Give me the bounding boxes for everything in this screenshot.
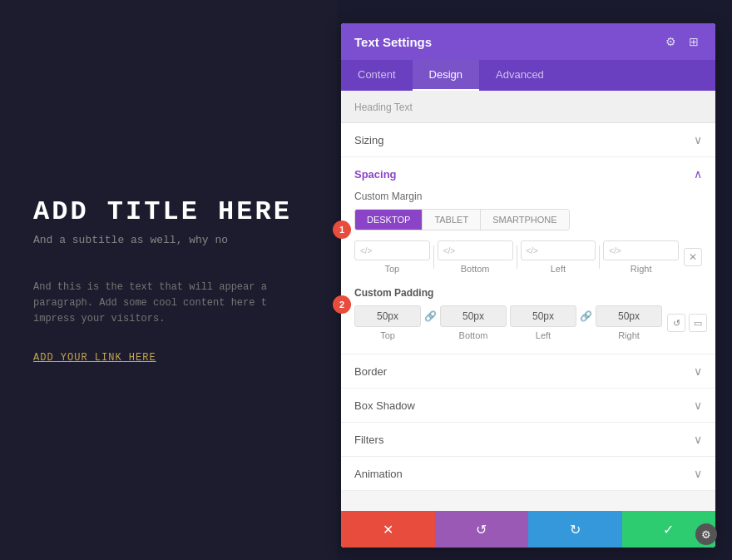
margin-bottom-group: </> Bottom	[438, 240, 513, 274]
padding-right-input[interactable]	[596, 305, 662, 327]
canvas-link[interactable]: ADD YOUR LINK HERE	[33, 352, 304, 364]
padding-left-input[interactable]	[510, 305, 576, 327]
padding-controls: ↺ ▭	[667, 314, 707, 332]
custom-margin-label: Custom Margin	[354, 191, 702, 202]
spacing-header[interactable]: Spacing ∧	[341, 157, 715, 191]
margin-left-label: Left	[551, 264, 566, 274]
margin-left-link-icon: </>	[527, 246, 538, 255]
padding-mobile-button[interactable]: ▭	[689, 314, 707, 332]
padding-bottom-label: Bottom	[459, 330, 488, 340]
tab-advanced[interactable]: Advanced	[479, 60, 561, 91]
padding-right-group: Right	[596, 305, 662, 340]
animation-label: Animation	[354, 468, 403, 480]
border-chevron-icon: ∨	[694, 364, 702, 378]
step-badge-1: 1	[333, 221, 351, 239]
sizing-label: Sizing	[354, 134, 383, 146]
margin-right-label: Right	[631, 264, 652, 274]
margin-right-input[interactable]	[625, 245, 673, 256]
tab-design[interactable]: Design	[413, 60, 479, 91]
margin-bottom-input[interactable]	[458, 245, 507, 256]
animation-chevron-icon: ∨	[694, 467, 702, 480]
device-tab-smartphone[interactable]: SMARTPHONE	[481, 210, 568, 230]
step-badge-2: 2	[333, 295, 351, 314]
padding-link-icon[interactable]: 🔗	[423, 310, 438, 322]
padding-bottom-group: Bottom	[440, 305, 507, 340]
device-tab-tablet[interactable]: TABLET	[423, 210, 481, 230]
padding-top-group: Top	[354, 305, 421, 340]
spacing-chevron-icon: ∧	[694, 167, 702, 181]
panel-footer: ✕ ↺ ↻ ✓	[341, 511, 715, 548]
sizing-section[interactable]: Sizing ∨	[341, 123, 715, 157]
filters-chevron-icon: ∨	[694, 433, 702, 446]
box-shadow-chevron-icon: ∨	[694, 399, 702, 412]
margin-left-input[interactable]	[542, 245, 590, 256]
margin-bottom-label: Bottom	[461, 264, 490, 274]
padding-link2-icon[interactable]: 🔗	[578, 310, 594, 322]
margin-bottom-link-icon: </>	[443, 246, 455, 255]
redo-button[interactable]: ↻	[528, 511, 622, 548]
panel-header: Text Settings ⚙ ⊞	[341, 23, 715, 60]
canvas-title: ADD TITLE HERE	[33, 196, 304, 227]
heading-text-label: Heading Text	[354, 102, 413, 113]
margin-right-group: </> Right	[603, 240, 679, 274]
border-label: Border	[354, 365, 387, 378]
canvas-body-text: And this is the text that will appear a …	[33, 280, 304, 328]
margin-top-label: Top	[385, 264, 400, 274]
padding-left-group: Left	[510, 305, 576, 340]
panel: Text Settings ⚙ ⊞ Content Design Advance…	[341, 23, 715, 548]
margin-inputs-row: </> Top </> Bottom	[354, 240, 702, 274]
box-shadow-section[interactable]: Box Shadow ∨	[341, 389, 715, 423]
padding-left-label: Left	[536, 330, 551, 340]
scroll-gear-icon[interactable]: ⚙	[695, 523, 717, 545]
margin-clear-button[interactable]: ✕	[684, 248, 702, 266]
box-shadow-label: Box Shadow	[354, 399, 415, 412]
margin-right-link-icon: </>	[609, 246, 621, 255]
animation-section[interactable]: Animation ∨	[341, 457, 715, 491]
padding-inputs-row: Top 🔗 Bottom Left 🔗	[354, 305, 702, 340]
filters-label: Filters	[354, 434, 383, 446]
margin-left-group: </> Left	[521, 240, 596, 274]
custom-padding-label: Custom Padding	[354, 287, 702, 299]
undo-button[interactable]: ↺	[435, 511, 529, 548]
device-tabs: DESKTOP TABLET SMARTPHONE	[354, 209, 570, 230]
border-section[interactable]: Border ∨	[341, 354, 715, 389]
margin-top-link-icon: </>	[360, 246, 372, 255]
settings-icon[interactable]: ⚙	[662, 33, 679, 50]
canvas-subtitle: And a subtitle as well, why no	[33, 234, 304, 246]
padding-reset-button[interactable]: ↺	[667, 314, 685, 332]
spacing-section: Spacing ∧ Custom Margin DESKTOP TABLET S…	[341, 157, 715, 354]
padding-top-label: Top	[380, 330, 395, 340]
cancel-button[interactable]: ✕	[341, 511, 435, 548]
panel-body[interactable]: Heading Text Sizing ∨ Spacing ∧ Custom M…	[341, 91, 715, 511]
sizing-chevron-icon: ∨	[694, 133, 702, 146]
margin-top-group: </> Top	[354, 240, 430, 274]
filters-section[interactable]: Filters ∨	[341, 423, 715, 457]
margin-divider2	[517, 245, 517, 269]
margin-divider3	[599, 245, 600, 269]
margin-top-input[interactable]	[375, 245, 423, 256]
canvas-area: ADD TITLE HERE And a subtitle as well, w…	[0, 0, 337, 560]
margin-divider	[433, 245, 434, 269]
spacing-title: Spacing	[354, 168, 397, 181]
heading-text-section: Heading Text	[341, 91, 715, 123]
expand-icon[interactable]: ⊞	[685, 33, 702, 50]
padding-right-label: Right	[618, 330, 640, 340]
padding-bottom-input[interactable]	[440, 305, 507, 327]
panel-tabs: Content Design Advanced	[341, 60, 715, 91]
panel-title: Text Settings	[354, 35, 432, 49]
spacing-content: Custom Margin DESKTOP TABLET SMARTPHONE	[341, 191, 715, 354]
panel-header-icons: ⚙ ⊞	[662, 33, 702, 50]
padding-top-input[interactable]	[354, 305, 421, 327]
device-tab-desktop[interactable]: DESKTOP	[355, 210, 423, 230]
tab-content[interactable]: Content	[341, 60, 413, 91]
